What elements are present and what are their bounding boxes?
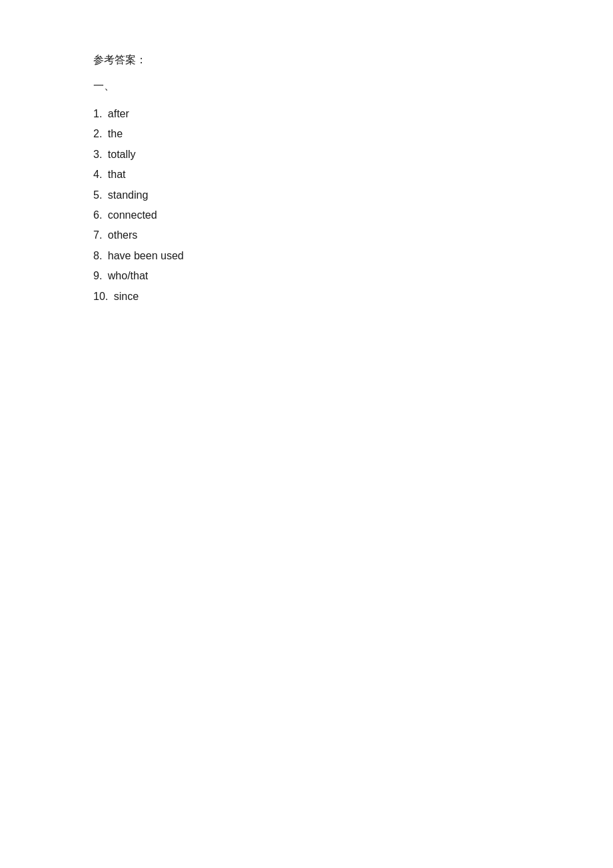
answer-text: after: [108, 108, 129, 119]
answer-text: the: [108, 128, 123, 139]
answer-number: 4.: [93, 169, 102, 180]
list-item: 10. since: [93, 287, 520, 307]
list-item: 5. standing: [93, 185, 520, 205]
answer-text: others: [108, 229, 137, 241]
answer-text: who/that: [108, 270, 148, 281]
list-item: 9. who/that: [93, 266, 520, 286]
answer-number: 10.: [93, 291, 108, 302]
answer-number: 8.: [93, 250, 102, 261]
answer-text: totally: [108, 149, 136, 160]
answer-text: that: [108, 169, 126, 180]
answer-text: standing: [108, 189, 149, 201]
list-item: 2. the: [93, 124, 520, 144]
page-title: 参考答案：: [93, 53, 520, 67]
section-label: 一、: [93, 79, 520, 93]
list-item: 4. that: [93, 165, 520, 185]
answer-text: have been used: [108, 250, 184, 261]
answer-text: since: [114, 291, 139, 302]
list-item: 6. connected: [93, 205, 520, 225]
answer-number: 9.: [93, 270, 102, 281]
answer-text: connected: [108, 209, 157, 221]
list-item: 7. others: [93, 225, 520, 245]
answer-list: 1. after 2. the 3. totally 4. that 5. st…: [93, 104, 520, 307]
answer-number: 7.: [93, 229, 102, 241]
list-item: 1. after: [93, 104, 520, 124]
answer-number: 6.: [93, 209, 102, 221]
list-item: 8. have been used: [93, 246, 520, 266]
answer-number: 3.: [93, 149, 102, 160]
answer-number: 5.: [93, 189, 102, 201]
page-container: 参考答案： 一、 1. after 2. the 3. totally 4. t…: [0, 0, 613, 360]
answer-number: 2.: [93, 128, 102, 139]
answer-number: 1.: [93, 108, 102, 119]
list-item: 3. totally: [93, 145, 520, 165]
